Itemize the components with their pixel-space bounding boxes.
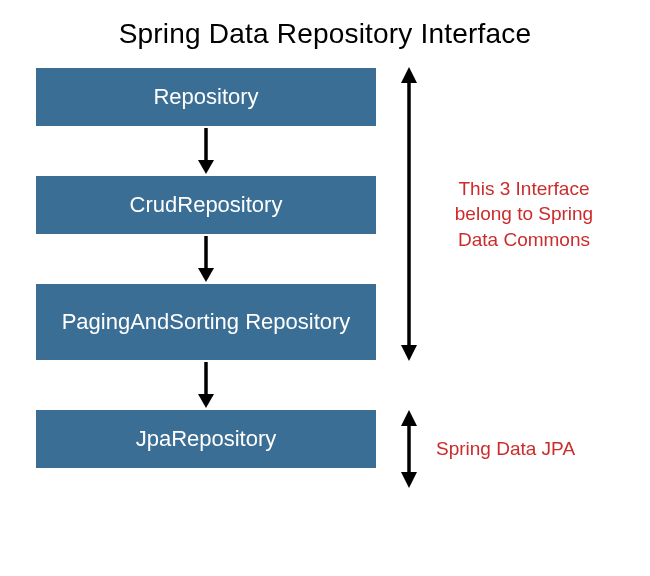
svg-marker-3 [198,268,214,282]
box-repository: Repository [36,68,376,126]
svg-marker-8 [401,345,417,361]
hierarchy-column: Repository CrudRepository PagingAndSorti… [36,68,376,468]
box-paging-sorting-repository: PagingAndSorting Repository [36,284,376,360]
bracket-jpa-group: Spring Data JPA [396,410,575,488]
svg-marker-5 [198,394,214,408]
double-arrow-vertical-icon [396,410,422,488]
svg-marker-1 [198,160,214,174]
page-title: Spring Data Repository Interface [0,0,650,58]
arrow-down-icon [194,126,218,176]
annotation-column: This 3 Interface belong to Spring Data C… [376,68,636,488]
box-jpa-repository-label: JpaRepository [136,425,277,453]
double-arrow-vertical-icon [396,67,422,361]
box-jpa-repository: JpaRepository [36,410,376,468]
box-paging-sorting-repository-label: PagingAndSorting Repository [62,308,351,336]
annotation-jpa: Spring Data JPA [422,436,575,462]
svg-marker-11 [401,472,417,488]
bracket-commons-group: This 3 Interface belong to Spring Data C… [396,68,612,360]
annotation-commons: This 3 Interface belong to Spring Data C… [422,176,612,253]
svg-marker-10 [401,410,417,426]
box-crud-repository: CrudRepository [36,176,376,234]
box-repository-label: Repository [153,83,258,111]
diagram-content: Repository CrudRepository PagingAndSorti… [0,58,650,488]
arrow-down-icon [194,234,218,284]
arrow-down-icon [194,360,218,410]
svg-marker-7 [401,67,417,83]
box-crud-repository-label: CrudRepository [130,191,283,219]
